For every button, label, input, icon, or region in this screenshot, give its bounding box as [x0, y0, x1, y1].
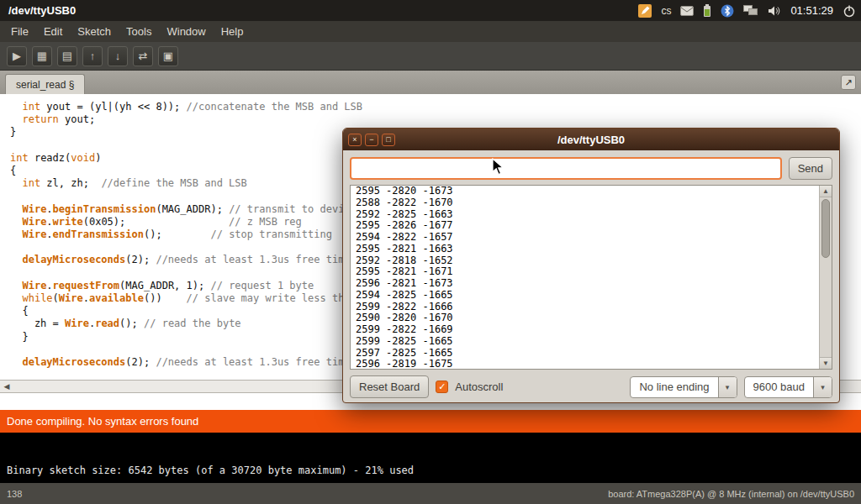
serial-row: 2592 -2818 -1652: [356, 255, 814, 267]
save-icon: ↓: [115, 50, 121, 62]
serial-row: 2595 -2821 -1671: [356, 266, 814, 278]
save-button[interactable]: ↓: [108, 46, 128, 66]
session-power-icon[interactable]: [843, 4, 856, 18]
code-line: return yout;: [10, 113, 861, 126]
open-icon: ↑: [90, 50, 96, 62]
check-icon: ✓: [438, 381, 446, 392]
footer-status-bar: 138 board: ATmega328P(A) @ 8 MHz (intern…: [0, 483, 861, 504]
serial-monitor-icon: ▣: [163, 50, 173, 62]
notes-pencil-icon[interactable]: [638, 4, 652, 18]
tab-bar: serial_read § ↗: [0, 71, 861, 94]
mouse-cursor: [492, 158, 507, 176]
dialog-titlebar[interactable]: /dev/ttyUSB0 × − □: [343, 129, 839, 150]
dialog-body: Send 2595 -2820 -16732588 -2822 -1670259…: [343, 150, 839, 405]
menu-sketch[interactable]: Sketch: [70, 21, 119, 42]
volume-icon[interactable]: [768, 5, 781, 17]
arduino-ide-screen: /dev/ttyUSB0 cs 01:51:29 FileEditSketchT…: [0, 0, 861, 504]
baud-rate-value: 9600 baud: [745, 377, 813, 397]
menu-bar: FileEditSketchToolsWindowHelp: [0, 21, 861, 42]
window-controls: × − □: [343, 134, 395, 146]
serial-row: 2592 -2825 -1663: [356, 209, 814, 221]
upload-icon: ⇄: [139, 50, 148, 62]
new-sketch-button[interactable]: ▤: [57, 46, 77, 66]
menu-file[interactable]: File: [3, 21, 36, 42]
console-output: Binary sketch size: 6542 bytes (of a 307…: [0, 433, 861, 483]
serial-row: 2599 -2822 -1666: [356, 302, 814, 313]
scroll-up-icon[interactable]: ▲: [820, 186, 832, 197]
verify-icon: ▶: [13, 50, 21, 62]
serial-output-wrap: 2595 -2820 -16732588 -2822 -16702592 -28…: [350, 185, 832, 370]
reset-board-button[interactable]: Reset Board: [350, 375, 429, 398]
serial-row: 2599 -2825 -1665: [356, 336, 814, 348]
serial-row: 2596 -2821 -1673: [356, 278, 814, 290]
stop-icon: ▦: [37, 50, 47, 62]
mail-icon[interactable]: [680, 6, 694, 16]
compile-status-message: Done compiling. No syntax errors found: [7, 415, 198, 428]
close-button[interactable]: ×: [348, 134, 362, 146]
keyboard-layout-indicator[interactable]: cs: [661, 5, 671, 17]
clock[interactable]: 01:51:29: [790, 4, 833, 17]
stop-button[interactable]: ▦: [32, 46, 52, 66]
send-button[interactable]: Send: [789, 157, 832, 180]
serial-row: 2596 -2819 -1675: [356, 359, 814, 369]
open-button[interactable]: ↑: [82, 46, 103, 66]
system-tray: cs 01:51:29: [638, 4, 856, 18]
minimize-icon: −: [369, 135, 373, 144]
dialog-title: /dev/ttyUSB0: [343, 134, 839, 146]
serial-row: 2590 -2820 -1670: [356, 312, 814, 324]
serial-row: 2595 -2820 -1673: [356, 186, 814, 197]
tab-serial-read[interactable]: serial_read §: [5, 74, 85, 94]
chevron-down-icon[interactable]: ▾: [813, 377, 832, 397]
serial-monitor-button[interactable]: ▣: [158, 46, 178, 66]
serial-row: 2595 -2821 -1663: [356, 244, 814, 255]
line-ending-value: No line ending: [631, 377, 717, 397]
serial-monitor-dialog: /dev/ttyUSB0 × − □ Send 2595 -2820 -1673…: [342, 128, 840, 403]
autoscroll-label: Autoscroll: [455, 381, 503, 393]
serial-row: 2595 -2826 -1677: [356, 220, 814, 232]
scroll-left-icon[interactable]: ◀: [0, 382, 13, 391]
maximize-button[interactable]: □: [382, 134, 395, 146]
menu-tools[interactable]: Tools: [119, 21, 159, 42]
top-panel: /dev/ttyUSB0 cs 01:51:29: [0, 0, 861, 21]
line-ending-dropdown[interactable]: No line ending ▾: [630, 376, 737, 398]
maximize-icon: □: [386, 135, 390, 144]
serial-row: 2599 -2822 -1669: [356, 324, 814, 336]
close-icon: ×: [352, 135, 357, 144]
menu-edit[interactable]: Edit: [36, 21, 70, 42]
autoscroll-checkbox[interactable]: ✓: [436, 381, 448, 393]
serial-row: 2594 -2822 -1657: [356, 232, 814, 244]
dialog-footer: Reset Board ✓ Autoscroll No line ending …: [350, 375, 832, 398]
serial-row: 2588 -2822 -1670: [356, 197, 814, 209]
serial-scrollbar[interactable]: ▲ ▼: [819, 186, 832, 369]
minimize-button[interactable]: −: [365, 134, 378, 146]
scrollbar-thumb[interactable]: [821, 199, 830, 258]
code-line: int yout = (yl|(yh << 8)); //concatenate…: [10, 101, 861, 113]
serial-row: 2594 -2825 -1665: [356, 290, 814, 302]
serial-send-input[interactable]: [350, 157, 782, 180]
tab-menu-button[interactable]: ↗: [841, 75, 856, 90]
battery-icon[interactable]: [703, 4, 711, 18]
toolbar: ▶▦▤↑↓⇄▣: [0, 42, 861, 71]
verify-button[interactable]: ▶: [7, 46, 27, 66]
console-text: Binary sketch size: 6542 bytes (of a 307…: [7, 465, 414, 476]
scrollbar-track[interactable]: [820, 197, 832, 357]
bluetooth-icon[interactable]: [721, 4, 734, 18]
menu-help[interactable]: Help: [214, 21, 251, 42]
compile-status-bar: Done compiling. No syntax errors found: [0, 410, 861, 433]
window-title: /dev/ttyUSB0: [5, 4, 76, 17]
serial-row: 2597 -2825 -1665: [356, 348, 814, 360]
network-icon[interactable]: [743, 5, 758, 17]
tab-menu-icon: ↗: [844, 77, 852, 88]
new-sketch-icon: ▤: [62, 50, 72, 62]
baud-rate-dropdown[interactable]: 9600 baud ▾: [744, 376, 832, 398]
serial-output[interactable]: 2595 -2820 -16732588 -2822 -16702592 -28…: [351, 186, 819, 369]
upload-button[interactable]: ⇄: [133, 46, 153, 66]
send-row: Send: [350, 157, 832, 180]
board-info: board: ATmega328P(A) @ 8 MHz (internal) …: [608, 489, 854, 499]
menu-window[interactable]: Window: [159, 21, 213, 42]
chevron-down-icon[interactable]: ▾: [718, 377, 737, 397]
line-number-indicator: 138: [7, 489, 22, 499]
scroll-down-icon[interactable]: ▼: [820, 357, 832, 369]
